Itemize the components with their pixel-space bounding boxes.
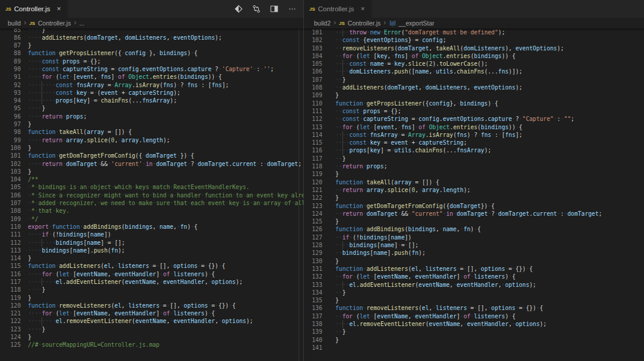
line-content[interactable]: }	[21, 120, 31, 128]
code-line[interactable]: 118··return·props;	[304, 162, 644, 170]
code-line[interactable]: 121··return·array.splice(0,·array.length…	[304, 186, 644, 194]
code-line[interactable]: 109}	[304, 91, 644, 99]
line-number[interactable]: 91	[0, 73, 21, 81]
line-content[interactable]: ··}	[322, 328, 346, 336]
line-content[interactable]: }	[322, 170, 339, 178]
line-number[interactable]: 115	[0, 262, 21, 270]
code-line[interactable]: 108·*·that·key.	[0, 207, 303, 215]
code-line[interactable]: 123····}	[0, 325, 303, 333]
line-content[interactable]: ··const·captureString·=·config.eventOpti…	[322, 115, 575, 123]
line-number[interactable]: 116	[0, 270, 21, 278]
line-number[interactable]: 141	[304, 344, 322, 352]
code-line[interactable]: 120function·takeAll(array·=·[])·{	[304, 178, 644, 186]
line-number[interactable]: 109	[304, 91, 322, 99]
tab-controller-js-right[interactable]: JS Controller.js ✕	[304, 0, 372, 18]
line-content[interactable]: ····throw·new·Error("domTarget·must·be·d…	[322, 28, 505, 36]
line-number[interactable]: 137	[304, 312, 322, 320]
code-line[interactable]: 139··}	[304, 328, 644, 336]
line-number[interactable]: 115	[304, 139, 322, 146]
line-content[interactable]: }	[21, 294, 31, 302]
line-content[interactable]: ··for·(let·[key,·fns]·of·Object.entries(…	[322, 52, 516, 60]
code-line[interactable]: 87}	[0, 41, 303, 49]
line-content[interactable]: ····const·props·=·{};	[21, 57, 101, 65]
code-line[interactable]: 105·*·bindings·is·an·object·which·keys·m…	[0, 183, 303, 191]
line-content[interactable]: ····bindings[name]·=·[];	[322, 241, 418, 249]
line-number[interactable]: 117	[304, 155, 322, 162]
code-line[interactable]: 124}	[0, 333, 303, 341]
line-number[interactable]: 121	[0, 309, 21, 317]
code-line[interactable]: 115····const·key·=·event·+·captureString…	[304, 139, 644, 146]
line-content[interactable]: ··}	[322, 76, 346, 84]
breadcrumb-item-folder[interactable]: build2	[314, 20, 331, 27]
code-line[interactable]: 112········bindings[name]·=·[];	[0, 239, 303, 247]
line-content[interactable]: ····const·key·=·event·+·captureString;	[322, 139, 467, 146]
line-number[interactable]: 127	[304, 234, 322, 241]
line-content[interactable]: ········props[key]·=·chainFns(...fnsArra…	[21, 97, 177, 104]
code-line[interactable]: 123function·getDomTargetFromConfig({domT…	[304, 202, 644, 210]
line-number[interactable]: 106	[304, 68, 322, 75]
code-line[interactable]: 138····el.removeEventListener(eventName,…	[304, 320, 644, 328]
line-number[interactable]: 87	[0, 41, 21, 49]
line-content[interactable]: function·getDomTargetFromConfig({domTarg…	[322, 202, 494, 210]
code-line[interactable]: 101····throw·new·Error("domTarget·must·b…	[304, 28, 644, 36]
line-content[interactable]: ··return·props;	[322, 162, 388, 170]
line-number[interactable]: 111	[0, 231, 21, 238]
line-content[interactable]: function·takeAll(array·=·[])·{	[21, 128, 132, 136]
line-content[interactable]: function·getDomTargetFromConfig({·domTar…	[21, 152, 194, 159]
code-line[interactable]: 119}	[304, 170, 644, 178]
line-number[interactable]: 99	[0, 136, 21, 144]
line-number[interactable]: 96	[0, 113, 21, 120]
code-line[interactable]: 110function·getPropsListener({config},·b…	[304, 100, 644, 107]
line-content[interactable]: ····addListeners(domTarget,·domListeners…	[21, 34, 222, 41]
line-content[interactable]: function·takeAll(array·=·[])·{	[322, 178, 439, 186]
code-line[interactable]: 106·*·Since·a·recognizer·might·want·to·b…	[0, 191, 303, 199]
line-number[interactable]: 101	[0, 152, 21, 159]
line-number[interactable]: 131	[304, 265, 322, 273]
line-number[interactable]: 114	[0, 254, 21, 262]
line-content[interactable]: ····if·(!bindings[name])	[21, 231, 111, 238]
line-number[interactable]: 119	[304, 170, 322, 178]
code-line[interactable]: 117··}	[304, 155, 644, 162]
line-number[interactable]: 105	[304, 60, 322, 68]
line-number[interactable]: 107	[0, 199, 21, 207]
line-content[interactable]: }	[21, 41, 31, 49]
line-content[interactable]: }	[21, 254, 31, 262]
line-number[interactable]: 117	[0, 278, 21, 286]
line-number[interactable]: 124	[304, 210, 322, 218]
line-number[interactable]: 113	[0, 247, 21, 254]
line-content[interactable]: ····return·array.splice(0,·array.length)…	[21, 136, 170, 144]
code-line[interactable]: 110export·function·addBindings(bindings,…	[0, 223, 303, 231]
code-line[interactable]: 106····domListeners.push([name,·utils.ch…	[304, 68, 644, 75]
line-number[interactable]: 121	[304, 186, 322, 194]
line-number[interactable]: 86	[0, 34, 21, 41]
line-content[interactable]: //#·sourceMappingURL=Controller.js.map	[21, 341, 160, 349]
line-number[interactable]: 124	[0, 333, 21, 341]
line-content[interactable]: ····for·(let·[eventName,·eventHandler]·o…	[21, 309, 215, 317]
line-content[interactable]: ·*·added·recognizer,·we·need·to·make·sur…	[21, 199, 303, 207]
code-line[interactable]: 94········props[key]·=·chainFns(...fnsAr…	[0, 97, 303, 104]
more-actions-icon[interactable]: ⋯	[287, 4, 297, 14]
line-content[interactable]: ····for·(let·[event,·fns]·of·Object.entr…	[21, 73, 222, 81]
line-number[interactable]: 105	[0, 183, 21, 191]
code-line[interactable]: 100}	[0, 144, 303, 152]
close-icon[interactable]: ✕	[360, 5, 367, 12]
line-content[interactable]: ·*·bindings·is·an·object·which·keys·matc…	[21, 183, 249, 191]
line-content[interactable]: ··for·(let·[event,·fns]·of·Object.entrie…	[322, 123, 522, 131]
line-content[interactable]: function·addBindings(bindings,·name,·fn)…	[322, 225, 481, 233]
line-content[interactable]: ····bindings[name].push(fn);	[21, 247, 125, 254]
line-number[interactable]: 88	[0, 49, 21, 57]
code-line[interactable]: 128····bindings[name]·=·[];	[304, 241, 644, 249]
code-line[interactable]: 131function·addListeners(el,·listeners·=…	[304, 265, 644, 273]
code-line[interactable]: 113··for·(let·[event,·fns]·of·Object.ent…	[304, 123, 644, 131]
line-number[interactable]: 132	[304, 273, 322, 280]
code-line[interactable]: 90····const·captureString·=·config.event…	[0, 65, 303, 73]
line-number[interactable]: 104	[304, 52, 322, 60]
code-line[interactable]: 115function·addListeners(el,·listeners·=…	[0, 262, 303, 270]
line-number[interactable]: 138	[304, 320, 322, 328]
line-content[interactable]: export·function·addBindings(bindings,·na…	[21, 223, 198, 231]
line-content[interactable]: }	[21, 144, 31, 152]
line-content[interactable]: function·getPropsListener({·config·},·bi…	[21, 49, 198, 57]
line-number[interactable]: 103	[0, 168, 21, 175]
line-number[interactable]: 120	[304, 178, 322, 186]
code-line[interactable]: 136function·removeListeners(el,·listener…	[304, 304, 644, 312]
